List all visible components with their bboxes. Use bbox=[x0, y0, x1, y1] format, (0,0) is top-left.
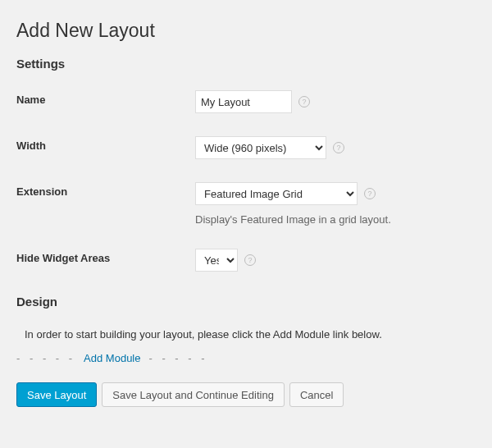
dashes-right: - - - - - bbox=[148, 352, 207, 364]
field-row-width: Width Wide (960 pixels) ? bbox=[16, 136, 476, 159]
extension-select[interactable]: Featured Image Grid bbox=[195, 182, 358, 205]
name-label: Name bbox=[16, 90, 195, 106]
add-module-row: - - - - - Add Module - - - - - bbox=[16, 352, 476, 364]
question-icon[interactable]: ? bbox=[333, 142, 344, 153]
design-intro-text: In order to start building your layout, … bbox=[25, 328, 476, 341]
hide-widget-label: Hide Widget Areas bbox=[16, 249, 195, 264]
field-row-name: Name ? bbox=[16, 90, 476, 113]
name-input[interactable] bbox=[195, 90, 292, 113]
page-title: Add New Layout bbox=[16, 20, 476, 42]
save-continue-button[interactable]: Save Layout and Continue Editing bbox=[102, 382, 285, 407]
question-icon[interactable]: ? bbox=[298, 96, 310, 107]
extension-label: Extension bbox=[16, 182, 195, 198]
design-heading: Design bbox=[16, 295, 476, 309]
width-select[interactable]: Wide (960 pixels) bbox=[195, 136, 326, 159]
settings-heading: Settings bbox=[16, 57, 476, 71]
hide-widget-select[interactable]: Yes bbox=[195, 249, 238, 272]
width-label: Width bbox=[16, 136, 195, 152]
question-icon[interactable]: ? bbox=[244, 254, 256, 266]
button-row: Save Layout Save Layout and Continue Edi… bbox=[16, 382, 476, 407]
question-icon[interactable]: ? bbox=[364, 188, 376, 199]
field-row-hide-widget: Hide Widget Areas Yes ? bbox=[16, 249, 476, 272]
extension-description-row: Display's Featured Image in a grid layou… bbox=[16, 213, 476, 226]
extension-description: Display's Featured Image in a grid layou… bbox=[195, 213, 391, 226]
dashes-left: - - - - - bbox=[16, 352, 75, 364]
cancel-button[interactable]: Cancel bbox=[289, 382, 344, 407]
add-module-link[interactable]: Add Module bbox=[84, 352, 140, 364]
save-button[interactable]: Save Layout bbox=[16, 382, 97, 407]
field-row-extension: Extension Featured Image Grid ? bbox=[16, 182, 476, 205]
